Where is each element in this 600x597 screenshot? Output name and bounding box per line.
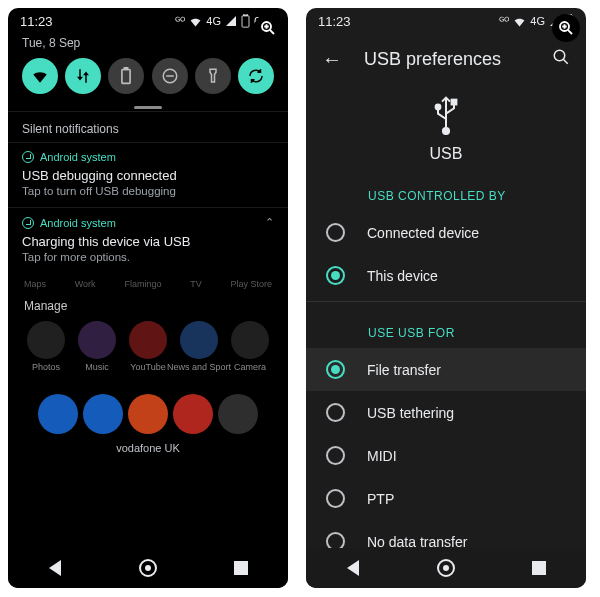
app-icon — [231, 321, 269, 359]
clock: 11:23 — [20, 14, 53, 29]
svg-rect-5 — [244, 14, 248, 16]
usb-hero: USB — [306, 81, 586, 169]
app-news-and-sport[interactable]: News and Sport — [175, 321, 223, 372]
search-icon[interactable] — [552, 48, 570, 71]
app-icon — [180, 321, 218, 359]
notification-usb-debugging[interactable]: Android system USB debugging connected T… — [8, 142, 288, 207]
radio-label: PTP — [367, 491, 394, 507]
chevron-up-icon[interactable]: ⌃ — [265, 216, 274, 229]
android-system-icon — [22, 151, 34, 163]
section-use-for: USE USB FOR — [306, 306, 586, 348]
wifi-icon — [189, 15, 202, 28]
app-bar: ← USB preferences — [306, 34, 586, 81]
roaming-indicator: ᴳᴼ — [175, 15, 185, 28]
app-label: Music — [85, 362, 109, 372]
tile-battery-saver[interactable] — [108, 58, 144, 94]
status-bar: 11:23 ᴳᴼ 4G 64% — [8, 8, 288, 34]
notification-title: Charging this device via USB — [22, 234, 274, 249]
svg-rect-20 — [452, 100, 457, 105]
phone-usb-preferences: 11:23 ᴳᴼ 4G ← USB preferences USB USB CO… — [306, 8, 586, 588]
app-youtube[interactable]: YouTube — [124, 321, 172, 372]
radio-label: File transfer — [367, 362, 441, 378]
radio-label: This device — [367, 268, 438, 284]
dock-chat[interactable] — [218, 394, 258, 434]
radio-icon — [326, 489, 345, 508]
battery-icon — [241, 14, 250, 28]
dock-phone[interactable] — [38, 394, 78, 434]
radio-this-device[interactable]: This device — [306, 254, 586, 297]
tile-torch[interactable] — [195, 58, 231, 94]
svg-line-11 — [568, 30, 572, 34]
radio-label: USB tethering — [367, 405, 454, 421]
radio-usb-tethering[interactable]: USB tethering — [306, 391, 586, 434]
tile-wifi[interactable] — [22, 58, 58, 94]
home-screen-dimmed: Maps Work Flamingo TV Play Store Manage … — [8, 273, 288, 458]
nav-recent-button[interactable] — [528, 557, 550, 579]
nav-back-button[interactable] — [44, 557, 66, 579]
radio-label: MIDI — [367, 448, 397, 464]
magnify-icon[interactable] — [254, 14, 282, 42]
radio-icon — [326, 266, 345, 285]
screen-title: USB preferences — [364, 49, 501, 70]
phone-notification-shade: 11:23 ᴳᴼ 4G 64% Tue, 8 Sep Silent notifi… — [8, 8, 288, 588]
radio-ptp[interactable]: PTP — [306, 477, 586, 520]
usb-hero-label: USB — [306, 145, 586, 163]
notification-title: USB debugging connected — [22, 168, 274, 183]
radio-icon — [326, 403, 345, 422]
app-icon — [129, 321, 167, 359]
radio-connected-device[interactable]: Connected device — [306, 211, 586, 254]
app-icon — [78, 321, 116, 359]
nav-home-button[interactable] — [137, 557, 159, 579]
clock: 11:23 — [318, 14, 351, 29]
nav-back-button[interactable] — [342, 557, 364, 579]
notification-subtitle: Tap to turn off USB debugging — [22, 185, 274, 197]
notification-charging-usb[interactable]: Android system ⌃ Charging this device vi… — [8, 207, 288, 273]
radio-midi[interactable]: MIDI — [306, 434, 586, 477]
divider — [306, 301, 586, 302]
navigation-bar — [8, 548, 288, 588]
app-label: TV — [190, 279, 202, 289]
back-arrow-icon[interactable]: ← — [322, 48, 342, 71]
radio-file-transfer[interactable]: File transfer — [306, 348, 586, 391]
nav-recent-button[interactable] — [230, 557, 252, 579]
carrier-label: vodafone UK — [18, 436, 278, 458]
usb-icon — [430, 95, 462, 135]
svg-line-1 — [270, 30, 274, 34]
app-label: News and Sport — [167, 362, 231, 372]
network-type: 4G — [530, 15, 545, 27]
android-system-icon — [22, 217, 34, 229]
tile-rotate[interactable] — [238, 58, 274, 94]
qs-date: Tue, 8 Sep — [8, 34, 288, 56]
svg-rect-6 — [122, 69, 130, 83]
app-label: Flamingo — [124, 279, 161, 289]
app-label: Maps — [24, 279, 46, 289]
tile-dnd[interactable] — [152, 58, 188, 94]
dock-gmail[interactable] — [173, 394, 213, 434]
svg-rect-7 — [125, 68, 128, 70]
app-label: Work — [75, 279, 96, 289]
manage-label[interactable]: Manage — [18, 289, 278, 319]
radio-icon — [326, 360, 345, 379]
app-label: Camera — [234, 362, 266, 372]
dock-brave[interactable] — [128, 394, 168, 434]
app-camera[interactable]: Camera — [226, 321, 274, 372]
app-label: Play Store — [230, 279, 272, 289]
signal-icon — [225, 15, 237, 27]
nav-home-button[interactable] — [435, 557, 457, 579]
app-label: Photos — [32, 362, 60, 372]
dock-messages[interactable] — [83, 394, 123, 434]
section-controlled-by: USB CONTROLLED BY — [306, 169, 586, 211]
svg-point-18 — [443, 128, 449, 134]
app-photos[interactable]: Photos — [22, 321, 70, 372]
qs-handle[interactable] — [134, 106, 162, 109]
radio-icon — [326, 446, 345, 465]
silent-header: Silent notifications — [8, 111, 288, 142]
tile-data[interactable] — [65, 58, 101, 94]
wifi-icon — [513, 15, 526, 28]
app-music[interactable]: Music — [73, 321, 121, 372]
svg-rect-4 — [242, 16, 249, 27]
svg-point-16 — [554, 50, 565, 61]
app-label: YouTube — [130, 362, 165, 372]
magnify-icon[interactable] — [552, 14, 580, 42]
notification-app: Android system — [40, 151, 116, 163]
